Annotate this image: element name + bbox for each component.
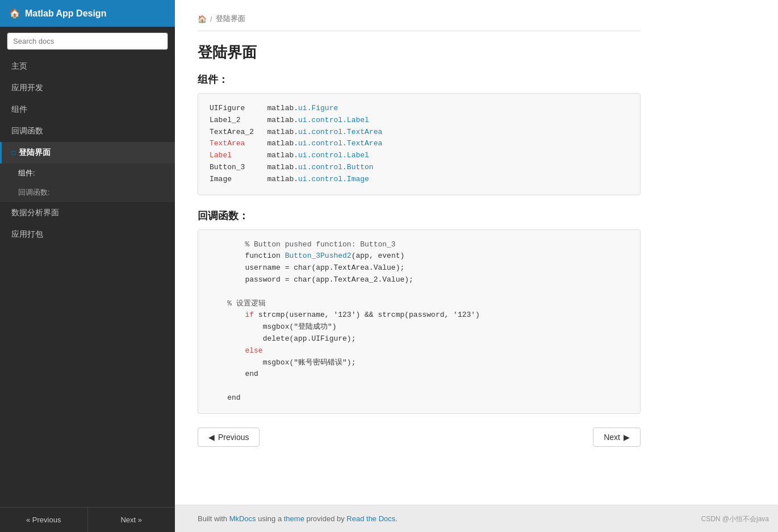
- sidebar-search-container: [0, 27, 175, 56]
- main-content: 🏠 / 登陆界面 登陆界面 组件： UIFigure matlab.ui.Fig…: [175, 0, 778, 532]
- sidebar-bottom-nav: « Previous Next »: [0, 507, 175, 532]
- watermark: CSDN @小恒不会java: [701, 514, 769, 524]
- footer-mkdocs-link[interactable]: MkDocs: [229, 514, 256, 523]
- footer-readthedocs-link[interactable]: Read the Docs: [346, 514, 395, 523]
- next-button[interactable]: Next ▶: [593, 428, 641, 447]
- sidebar-nav: 主页 应用开发 组件 回调函数 □ 登陆界面 组件: 回调函数: 数据分析界面 …: [0, 56, 175, 245]
- sidebar-header: 🏠 Matlab App Design: [0, 0, 175, 27]
- breadcrumb-current: 登陆界面: [216, 14, 245, 24]
- next-arrow-icon: ▶: [624, 433, 630, 442]
- footer-using-text: using a: [256, 514, 284, 523]
- nav-buttons: ◀ Previous Next ▶: [198, 428, 641, 447]
- components-section-title: 组件：: [198, 73, 641, 86]
- sidebar-item-components[interactable]: 组件: [0, 99, 175, 120]
- page-title: 登陆界面: [198, 43, 641, 62]
- breadcrumb-home-link[interactable]: 🏠: [198, 15, 207, 23]
- sidebar: 🏠 Matlab App Design 主页 应用开发 组件 回调函数 □ 登陆…: [0, 0, 175, 532]
- sidebar-title: Matlab App Design: [25, 9, 106, 19]
- code-block: % Button pushed function: Button_3 funct…: [198, 229, 641, 414]
- components-table: UIFigure matlab.ui.Figure Label_2 matlab…: [198, 93, 641, 195]
- breadcrumb: 🏠 / 登陆界面: [198, 14, 641, 31]
- sidebar-item-data-analysis[interactable]: 数据分析界面: [0, 202, 175, 224]
- sidebar-item-app-dev[interactable]: 应用开发: [0, 77, 175, 99]
- prev-button[interactable]: ◀ Previous: [198, 428, 260, 447]
- footer-theme-link[interactable]: theme: [284, 514, 304, 523]
- sidebar-item-callbacks[interactable]: 回调函数: [0, 120, 175, 142]
- prev-arrow-icon: ◀: [208, 433, 215, 442]
- sidebar-item-home[interactable]: 主页: [0, 56, 175, 77]
- sidebar-item-app-package[interactable]: 应用打包: [0, 224, 175, 245]
- footer-built-text: Built with: [198, 514, 229, 523]
- search-input[interactable]: [7, 32, 168, 50]
- callbacks-section-title: 回调函数：: [198, 209, 641, 223]
- sidebar-sub-components[interactable]: 组件:: [0, 164, 175, 183]
- page-footer: Built with MkDocs using a theme provided…: [175, 505, 778, 532]
- sidebar-item-login-ui[interactable]: □ 登陆界面: [0, 142, 175, 164]
- footer-end-text: .: [395, 514, 398, 523]
- home-icon: 🏠: [9, 8, 20, 19]
- footer-provided-text: provided by: [304, 514, 346, 523]
- content-area: 🏠 / 登陆界面 登陆界面 组件： UIFigure matlab.ui.Fig…: [175, 0, 663, 505]
- sidebar-sub-callbacks[interactable]: 回调函数:: [0, 183, 175, 202]
- sidebar-next-button[interactable]: Next »: [88, 508, 175, 532]
- breadcrumb-separator: /: [210, 15, 212, 23]
- sidebar-prev-button[interactable]: « Previous: [0, 508, 88, 532]
